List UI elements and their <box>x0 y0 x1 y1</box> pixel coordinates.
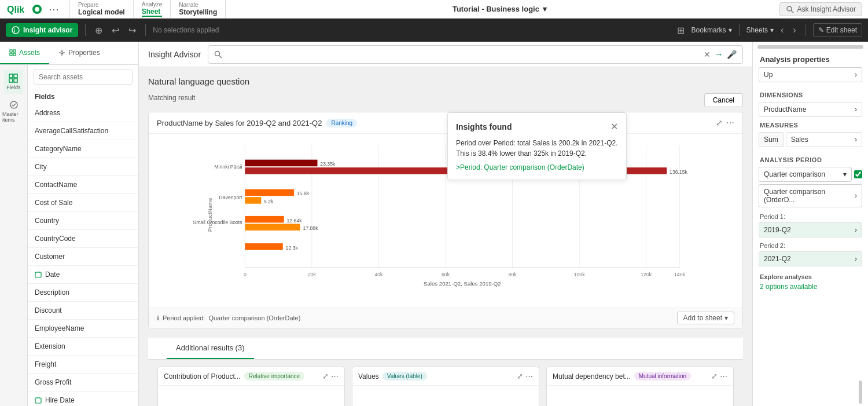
chart-header: ProductName by Sales for 2019-Q2 and 202… <box>149 112 742 134</box>
next-sheet-btn[interactable]: › <box>790 23 798 38</box>
field-item[interactable]: Extension <box>28 338 138 356</box>
icon-fields[interactable]: Fields <box>4 70 23 94</box>
field-item[interactable]: Cost of Sale <box>28 194 138 212</box>
explore-link[interactable]: 2 options available <box>760 283 861 291</box>
additional-tab-row: Additional results (3) <box>148 338 743 360</box>
svg-rect-17 <box>35 272 41 277</box>
edit-sheet-btn[interactable]: ✎ Edit sheet <box>813 23 862 37</box>
field-item[interactable]: Date <box>28 266 138 284</box>
svg-text:i: i <box>14 28 16 34</box>
period1-value[interactable]: 2019-Q2 <box>759 222 862 237</box>
ia-go-btn[interactable]: → <box>714 49 723 60</box>
field-item[interactable]: City <box>28 158 138 176</box>
properties-icon <box>58 49 65 56</box>
calendar-icon <box>35 397 42 404</box>
insights-header: Insights found ✕ <box>456 121 618 132</box>
period2-label: Period 2: <box>753 239 868 250</box>
toolbar-select-icon[interactable]: ⊕ <box>93 23 105 38</box>
svg-text:Sales 2021-Q2, Sales 2019-Q2: Sales 2021-Q2, Sales 2019-Q2 <box>424 280 501 287</box>
icon-master-items[interactable]: Master items <box>0 96 27 126</box>
mini-menu-btn[interactable]: ⋯ <box>525 372 533 381</box>
insights-close-btn[interactable]: ✕ <box>610 121 618 132</box>
mini-card-body: 600k ... 150.00% <box>158 386 344 406</box>
svg-line-24 <box>219 55 222 58</box>
nav-narrate[interactable]: Narrate Storytelling <box>171 0 226 18</box>
field-item[interactable]: Customer <box>28 248 138 266</box>
period-dropdown[interactable]: Quarter comparison ▾ <box>759 167 852 182</box>
field-item[interactable]: Address <box>28 104 138 122</box>
insights-body: Period over Period: total Sales is 200.2… <box>456 138 618 159</box>
dimensions-label: Dimensions <box>753 88 868 101</box>
mini-expand-btn[interactable]: ⤢ <box>711 372 718 381</box>
field-item[interactable]: Freight <box>28 356 138 374</box>
sheets-btn[interactable]: Sheets <box>746 26 774 34</box>
ask-advisor-btn[interactable]: Ask Insight Advisor <box>779 2 862 16</box>
toolbar-sep2 <box>145 24 146 36</box>
mini-card-title: Values <box>358 372 379 381</box>
ia-search-icon <box>214 50 222 58</box>
field-item[interactable]: Country <box>28 212 138 230</box>
insight-icon: i <box>12 26 20 34</box>
mini-menu-btn[interactable]: ⋯ <box>331 372 339 381</box>
prev-sheet-btn[interactable]: ‹ <box>778 23 786 38</box>
right-scrollbar[interactable] <box>859 381 862 404</box>
toolbar: i Insight advisor ⊕ ↩ ↪ No selections ap… <box>0 19 868 42</box>
cancel-btn[interactable]: Cancel <box>704 93 743 107</box>
field-item[interactable]: AverageCallSatisfaction <box>28 122 138 140</box>
ia-search-box[interactable]: show me sales by product ✕ → 🎤 <box>208 45 743 64</box>
field-item[interactable]: Hire Date <box>28 392 138 406</box>
ia-clear-btn[interactable]: ✕ <box>704 50 711 59</box>
bookmarks-btn[interactable]: Bookmarks <box>692 26 732 34</box>
expand-chart-btn[interactable]: ⤢ <box>716 118 723 127</box>
ia-title: Insight Advisor <box>148 50 201 59</box>
field-item[interactable]: CountryCode <box>28 230 138 248</box>
svg-text:100k: 100k <box>574 272 585 277</box>
search-assets-input[interactable] <box>34 70 133 85</box>
analyze-sub: Sheet <box>142 8 163 17</box>
chart-menu-btn[interactable]: ⋯ <box>726 118 734 127</box>
nav-dots[interactable]: ⋯ <box>45 3 62 16</box>
svg-text:80k: 80k <box>509 272 517 277</box>
dimension-product-name[interactable]: ProductName <box>759 102 862 117</box>
period-sub-dropdown[interactable]: Quarter comparison (OrderD... <box>759 184 862 207</box>
ia-mic-btn[interactable]: 🎤 <box>727 50 737 59</box>
up-dropdown[interactable]: Up <box>759 67 862 82</box>
svg-point-23 <box>215 51 220 56</box>
insight-advisor-btn[interactable]: i Insight advisor <box>6 23 78 37</box>
bar-chart-area: ProductName Minnki Päisii <box>149 134 742 308</box>
app-title[interactable]: Tutorial - Business logic ▾ <box>453 5 547 13</box>
field-item[interactable]: EmployeeName <box>28 320 138 338</box>
left-panel: Assets Properties Fields Master items <box>0 42 139 406</box>
period-value-label: Quarter comparison (OrderDate) <box>208 314 300 321</box>
field-item[interactable]: Discount <box>28 302 138 320</box>
field-item[interactable]: Gross Profit <box>28 374 138 392</box>
mini-menu-btn[interactable]: ⋯ <box>720 372 727 381</box>
toolbar-right: ⊞ Bookmarks Sheets ‹ › ✎ Edit sheet <box>675 23 862 38</box>
prepare-label: Prepare <box>78 2 125 8</box>
toolbar-redo-icon[interactable]: ↪ <box>126 23 138 38</box>
period2-value[interactable]: 2021-Q2 <box>759 251 862 266</box>
add-to-sheet-btn[interactable]: Add to sheet ▾ <box>677 312 734 324</box>
right-panel: Analysis properties Up Dimensions Produc… <box>752 42 868 406</box>
mini-expand-btn[interactable]: ⤢ <box>517 372 523 381</box>
tab-assets[interactable]: Assets <box>0 42 49 64</box>
analysis-period-section: Analysis period Quarter comparison ▾ Qua… <box>753 153 868 268</box>
grid-view-btn[interactable]: ⊞ <box>675 23 687 38</box>
field-item[interactable]: Description <box>28 284 138 302</box>
toolbar-undo-icon[interactable]: ↩ <box>109 23 122 38</box>
additional-results-tab[interactable]: Additional results (3) <box>167 338 254 359</box>
tab-properties[interactable]: Properties <box>49 42 109 64</box>
nav-prepare[interactable]: Prepare Logical model <box>70 0 134 18</box>
period-checkbox[interactable] <box>854 170 862 178</box>
insights-panel: Insights found ✕ Period over Period: tot… <box>447 112 627 180</box>
qlik-logo: Qlik <box>7 3 42 15</box>
mini-expand-btn[interactable]: ⤢ <box>322 372 329 381</box>
insights-link[interactable]: >Period: Quarter comparison (OrderDate) <box>456 163 618 171</box>
svg-text:12.3k: 12.3k <box>286 245 299 251</box>
nav-analyze[interactable]: Analyze Sheet <box>134 0 171 18</box>
ia-search-input[interactable]: show me sales by product <box>226 50 700 58</box>
field-item[interactable]: CategoryName <box>28 140 138 158</box>
svg-rect-8 <box>13 50 16 52</box>
measure-val[interactable]: Sales <box>786 132 862 147</box>
field-item[interactable]: ContactName <box>28 176 138 194</box>
